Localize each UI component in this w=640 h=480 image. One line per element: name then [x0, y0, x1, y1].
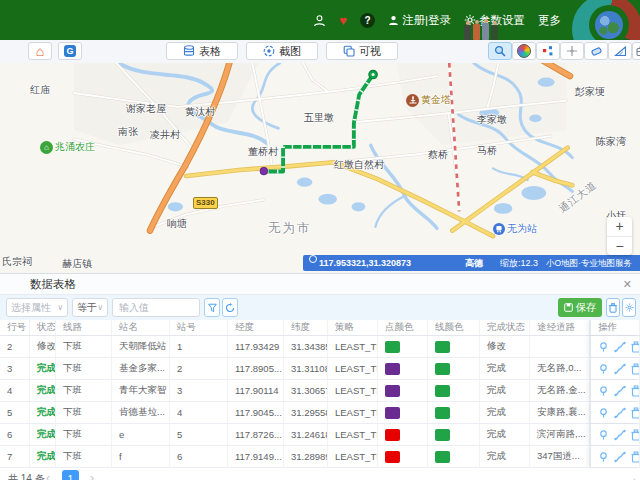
delete-icon[interactable] — [631, 385, 640, 397]
column-header: 线颜色 — [428, 320, 480, 335]
route-icon[interactable] — [614, 341, 626, 353]
filter-value-input[interactable] — [117, 301, 195, 314]
table-row[interactable]: 4完成下班青年大家智3117.9011431.306572LEAST_TI...… — [0, 380, 640, 402]
move-cross-icon — [566, 45, 578, 57]
cell-row-no: 5 — [0, 402, 30, 423]
poi-station[interactable]: 无为站 — [493, 222, 537, 236]
page-number-button[interactable]: 1 — [62, 470, 79, 480]
cell-line: 下班 — [56, 446, 112, 467]
delete-icon[interactable] — [631, 429, 640, 441]
panel-title-bar: 数据表格 ✕ — [0, 274, 640, 295]
zoom-out-button[interactable]: − — [607, 237, 632, 256]
attribute-select[interactable]: 选择属性 ∨ — [6, 298, 68, 317]
home-button[interactable]: ⌂ — [28, 42, 52, 60]
delete-icon[interactable] — [631, 451, 640, 463]
point-color-swatch[interactable] — [385, 363, 400, 375]
locate-icon[interactable] — [598, 451, 609, 463]
point-color-swatch[interactable] — [385, 385, 400, 397]
prev-page-button[interactable]: ‹ — [46, 468, 50, 480]
cell-latitude: 31.289896 — [284, 446, 328, 467]
delete-icon[interactable] — [631, 407, 640, 419]
screenshot-tool-button[interactable]: 截图 — [246, 42, 318, 60]
eraser-button[interactable] — [584, 42, 608, 60]
register-login-link[interactable]: 注册|登录 — [388, 13, 451, 28]
table-row[interactable]: 2修改下班天朝降低站1117.9342931.343855LEAST_TI...… — [0, 336, 640, 358]
table-settings-button[interactable] — [622, 298, 636, 317]
top-bar: ♥ ? 注册|登录 参数设置 更多 — [0, 0, 640, 40]
refresh-filter-button[interactable] — [222, 298, 238, 317]
cell-roads — [530, 336, 590, 357]
line-color-swatch[interactable] — [435, 341, 450, 353]
save-button[interactable]: 保存 — [558, 298, 602, 317]
cell-latitude: 31.311082 — [284, 358, 328, 379]
table-row[interactable]: 6完成下班e5117.8726...31.246182LEAST_TI...完成… — [0, 424, 640, 446]
user-icon[interactable] — [313, 14, 326, 27]
cell-longitude: 117.9045... — [228, 402, 284, 423]
poi-farm[interactable]: ⌂ 兆涌农庄 — [40, 140, 95, 154]
table-tool-button[interactable]: 表格 — [166, 42, 238, 60]
home-icon: ⌂ — [36, 44, 44, 58]
point-color-swatch[interactable] — [385, 407, 400, 419]
locate-icon[interactable] — [598, 363, 609, 375]
cell-line: 下班 — [56, 402, 112, 423]
table-row[interactable]: 7完成下班f6117.9149...31.289896LEAST_TI...完成… — [0, 446, 640, 468]
line-color-swatch[interactable] — [435, 407, 450, 419]
poi-tower[interactable]: 黄金塔 — [406, 93, 451, 107]
favorite-heart-icon[interactable]: ♥ — [339, 13, 347, 28]
coordinates-readout: 117.953321,31.320873 — [319, 255, 411, 271]
total-count: 共 14 条 — [8, 468, 45, 480]
scatter-points-button[interactable] — [536, 42, 560, 60]
table-header: 行号状态线路站名站号经度纬度策略点颜色线颜色完成状态途经道路操作 — [0, 320, 640, 336]
cell-line-color — [428, 336, 480, 357]
help-icon[interactable]: ? — [360, 13, 375, 28]
table-row[interactable]: 5完成下班肯德基垃...4117.9045...31.295586LEAST_T… — [0, 402, 640, 424]
next-page-button[interactable]: › — [90, 468, 94, 480]
delete-icon[interactable] — [631, 341, 640, 353]
line-color-swatch[interactable] — [435, 363, 450, 375]
locate-icon[interactable] — [598, 429, 609, 441]
route-icon[interactable] — [614, 385, 626, 397]
map-label: 氏宗祠 — [2, 255, 32, 269]
map-status-bar: 117.953321,31.320873 高德 缩放:12.3 小O地图·专业地… — [303, 255, 640, 271]
color-wheel-button[interactable] — [512, 42, 536, 60]
cell-longitude: 117.8905... — [228, 358, 284, 379]
cell-longitude: 117.9149... — [228, 446, 284, 467]
back-button[interactable]: G — [58, 42, 82, 60]
map-canvas[interactable]: 红庙谢家老屋黄汰村南张凌井村董桥村五里墩李家墩彭家埂陈家湾马桥蔡桥红墩自然村响塘… — [0, 63, 640, 273]
visual-tool-button[interactable]: 可视 — [326, 42, 398, 60]
zoom-in-button[interactable]: + — [607, 217, 632, 237]
cell-station-no: 5 — [170, 424, 228, 445]
line-color-swatch[interactable] — [435, 429, 450, 441]
map-labels: 红庙谢家老屋黄汰村南张凌井村董桥村五里墩李家墩彭家埂陈家湾马桥蔡桥红墩自然村响塘… — [0, 63, 640, 273]
measure-button[interactable] — [608, 42, 632, 60]
search-button[interactable] — [488, 42, 512, 60]
column-header: 完成状态 — [480, 320, 530, 335]
layers-icon — [343, 45, 355, 57]
line-color-swatch[interactable] — [435, 451, 450, 463]
close-panel-icon[interactable]: ✕ — [623, 274, 632, 294]
cell-status: 完成 — [30, 358, 56, 379]
point-color-swatch[interactable] — [385, 341, 400, 353]
move-button[interactable] — [560, 42, 584, 60]
route-icon[interactable] — [614, 407, 626, 419]
line-color-swatch[interactable] — [435, 385, 450, 397]
operator-select[interactable]: 等于 ∨ — [72, 298, 108, 317]
column-header: 操作 — [590, 320, 640, 335]
cell-finish-status: 修改 — [480, 336, 530, 357]
more-menu[interactable]: 更多 — [538, 13, 561, 28]
locate-icon[interactable] — [598, 385, 609, 397]
locate-icon[interactable] — [598, 341, 609, 353]
toolbox-button[interactable] — [632, 42, 640, 60]
delete-rows-button[interactable] — [606, 298, 620, 317]
column-header: 策略 — [328, 320, 378, 335]
route-icon[interactable] — [614, 429, 626, 441]
apply-filter-button[interactable] — [204, 298, 220, 317]
point-color-swatch[interactable] — [385, 429, 400, 441]
point-color-swatch[interactable] — [385, 451, 400, 463]
route-icon[interactable] — [614, 363, 626, 375]
cell-line: 下班 — [56, 424, 112, 445]
route-icon[interactable] — [614, 451, 626, 463]
table-row[interactable]: 3完成下班基金多家...2117.8905...31.311082LEAST_T… — [0, 358, 640, 380]
locate-icon[interactable] — [598, 407, 609, 419]
delete-icon[interactable] — [631, 363, 640, 375]
